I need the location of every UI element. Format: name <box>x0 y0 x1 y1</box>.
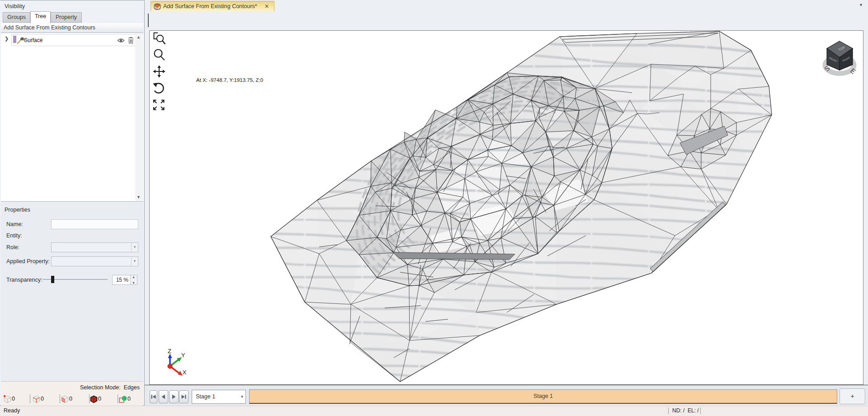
svg-text:At X: -9748.7, Y:1913.75, Z:0: At X: -9748.7, Y:1913.75, Z:0 <box>196 77 263 83</box>
svg-text:Z: Z <box>168 348 171 355</box>
svg-text:X: X <box>183 369 187 376</box>
svg-text:Y: Y <box>181 352 185 359</box>
